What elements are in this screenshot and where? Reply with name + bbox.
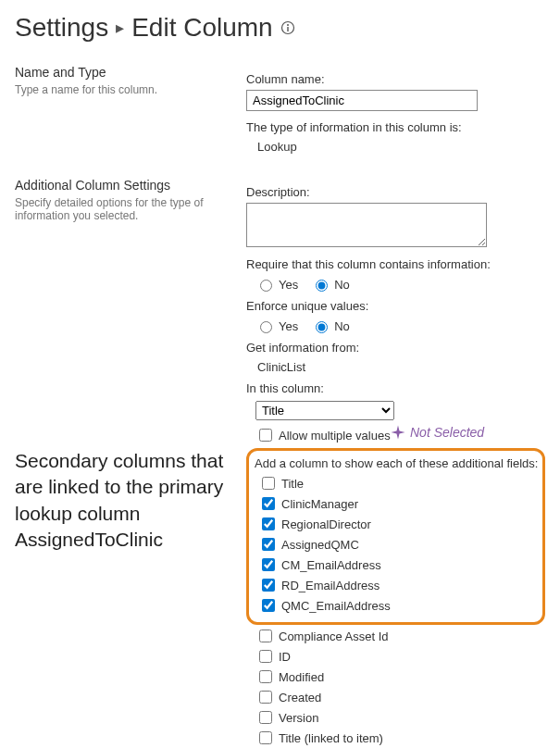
inthiscol-select[interactable]: Title	[255, 401, 394, 420]
field-row: Version	[255, 708, 545, 727]
allow-multiple-label: Allow multiple values	[279, 429, 391, 443]
getinfo-value: ClinicList	[257, 360, 545, 374]
field-row: Compliance Asset Id	[255, 627, 545, 645]
field-checkbox[interactable]	[259, 711, 272, 724]
column-name-label: Column name:	[246, 72, 545, 86]
field-checkbox[interactable]	[262, 497, 275, 510]
section-name-and-type: Name and Type Type a name for this colum…	[15, 65, 545, 161]
field-checkbox[interactable]	[262, 517, 275, 530]
inthiscol-label: In this column:	[246, 381, 545, 395]
additional-fields-highlight: Add a column to show each of these addit…	[246, 448, 545, 625]
allow-multiple-checkbox[interactable]	[259, 429, 272, 442]
field-label: RD_EmailAddress	[281, 579, 380, 592]
field-label: Compliance Asset Id	[279, 630, 389, 643]
field-label: Modified	[279, 670, 324, 684]
field-row: Created	[255, 688, 545, 706]
unique-label: Enforce unique values:	[246, 299, 545, 313]
field-row: RegionalDirector	[258, 515, 539, 533]
field-checkbox[interactable]	[262, 558, 275, 571]
column-type-label: The type of information in this column i…	[246, 120, 545, 134]
field-label: Version	[279, 711, 318, 725]
field-label: Created	[279, 691, 321, 704]
field-checkbox[interactable]	[259, 630, 272, 642]
field-label: Title	[281, 477, 304, 491]
field-row: AssignedQMC	[258, 535, 539, 554]
field-row: CM_EmailAddress	[258, 555, 539, 574]
info-icon[interactable]	[280, 20, 295, 35]
field-row: Modified	[255, 667, 545, 686]
require-label: Require that this column contains inform…	[246, 257, 545, 271]
field-checkbox[interactable]	[262, 579, 275, 592]
getinfo-label: Get information from:	[246, 341, 545, 355]
field-row: ID	[255, 647, 545, 666]
field-label: CM_EmailAddress	[281, 558, 381, 572]
field-checkbox[interactable]	[262, 538, 275, 551]
description-label: Description:	[246, 185, 545, 199]
field-row: RD_EmailAddress	[258, 576, 539, 594]
breadcrumb-root[interactable]: Settings	[15, 13, 108, 43]
description-input[interactable]	[246, 203, 487, 247]
field-row: QMC_EmailAddress	[258, 596, 539, 615]
field-label: ClinicManager	[281, 497, 358, 511]
star-icon	[390, 424, 406, 441]
require-yes-radio[interactable]: Yes	[255, 277, 298, 292]
field-checkbox[interactable]	[259, 650, 272, 663]
breadcrumb-current: Edit Column	[131, 13, 273, 43]
unique-yes-radio[interactable]: Yes	[255, 318, 298, 333]
breadcrumb-separator: ▸	[116, 18, 124, 38]
field-label: AssignedQMC	[281, 538, 359, 552]
unique-no-radio[interactable]: No	[311, 318, 350, 333]
explainer-annotation: Secondary columns that are linked to the…	[15, 448, 246, 553]
field-label: QMC_EmailAddress	[281, 599, 391, 613]
svg-rect-2	[287, 27, 288, 31]
column-name-input[interactable]	[246, 90, 478, 111]
field-checkbox[interactable]	[259, 670, 272, 683]
field-checkbox[interactable]	[259, 691, 272, 704]
field-label: Title (linked to item)	[279, 731, 383, 745]
column-type-value: Lookup	[257, 140, 545, 154]
breadcrumb: Settings ▸ Edit Column	[15, 13, 545, 43]
field-checkbox[interactable]	[262, 599, 275, 612]
section-title: Name and Type	[15, 65, 237, 80]
section-title: Additional Column Settings	[15, 178, 237, 193]
not-selected-annotation: Not Selected	[390, 424, 484, 441]
section-desc: Specify detailed options for the type of…	[15, 196, 237, 222]
svg-point-1	[287, 24, 289, 26]
field-row: ClinicManager	[258, 494, 539, 513]
field-row: Title (linked to item)	[255, 729, 545, 747]
field-row: Title	[258, 474, 539, 492]
field-checkbox[interactable]	[262, 477, 275, 490]
require-no-radio[interactable]: No	[311, 277, 350, 292]
addcol-label: Add a column to show each of these addit…	[255, 456, 539, 470]
field-label: RegionalDirector	[281, 517, 371, 531]
field-checkbox[interactable]	[259, 731, 272, 744]
section-desc: Type a name for this column.	[15, 83, 237, 96]
field-label: ID	[279, 650, 291, 664]
